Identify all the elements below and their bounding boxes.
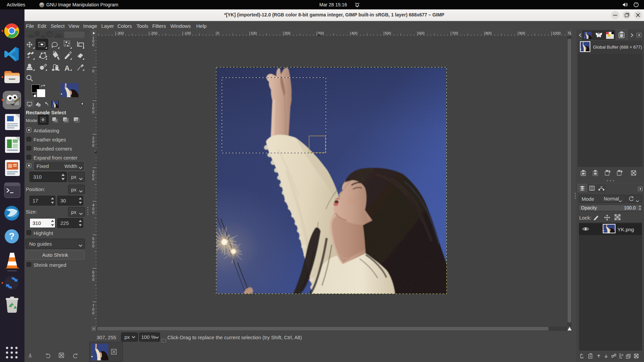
svg-text:0: 0: [92, 311, 94, 315]
svg-text:0: 0: [92, 244, 94, 248]
svg-text:0: 0: [92, 143, 94, 147]
svg-text:0: 0: [92, 278, 94, 282]
svg-text:A: A: [64, 64, 70, 72]
svg-text:700: 700: [452, 31, 458, 35]
svg-text:500: 500: [385, 31, 391, 35]
svg-text:-100: -100: [183, 31, 191, 35]
svg-text:0: 0: [92, 110, 94, 114]
svg-text:0: 0: [217, 31, 219, 35]
svg-text:?: ?: [9, 231, 14, 241]
svg-text:-200: -200: [150, 31, 157, 35]
svg-text:-300: -300: [116, 31, 124, 35]
svg-text:800: 800: [485, 31, 491, 35]
svg-text:600: 600: [418, 31, 424, 35]
svg-text:100: 100: [251, 31, 257, 35]
svg-text:1000: 1000: [552, 31, 560, 35]
svg-text:0: 0: [92, 210, 94, 215]
svg-text:400: 400: [351, 31, 357, 35]
svg-text:200: 200: [284, 31, 290, 35]
svg-text:0: 0: [92, 43, 94, 47]
svg-text:900: 900: [519, 31, 525, 35]
svg-text:0: 0: [92, 69, 94, 73]
svg-text:0: 0: [92, 177, 94, 181]
